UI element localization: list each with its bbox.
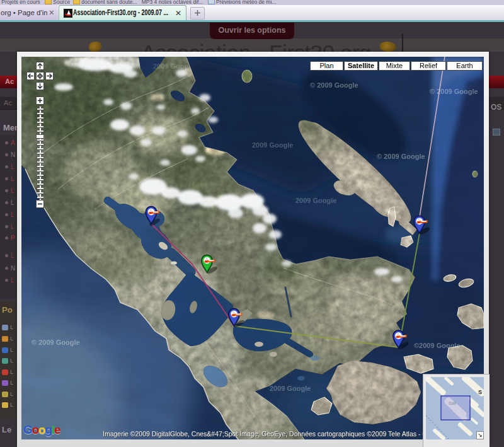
- svg-text:2009 Google: 2009 Google: [252, 141, 293, 149]
- svg-text:2009 Google: 2009 Google: [270, 385, 311, 392]
- svg-text:© 2009 Google: © 2009 Google: [32, 339, 80, 346]
- svg-text:© 2009 Google: © 2009 Google: [310, 81, 358, 89]
- svg-text:©2009 Google: ©2009 Google: [414, 342, 461, 349]
- svg-text:S: S: [478, 389, 482, 395]
- svg-text:2009 Goog: 2009 Goog: [153, 62, 188, 70]
- svg-text:© 2009 Google: © 2009 Google: [430, 88, 478, 95]
- svg-text:Sali: Sali: [449, 401, 456, 405]
- svg-text:© 2009 Google: © 2009 Google: [377, 153, 425, 160]
- svg-text:2009 Google: 2009 Google: [295, 197, 336, 204]
